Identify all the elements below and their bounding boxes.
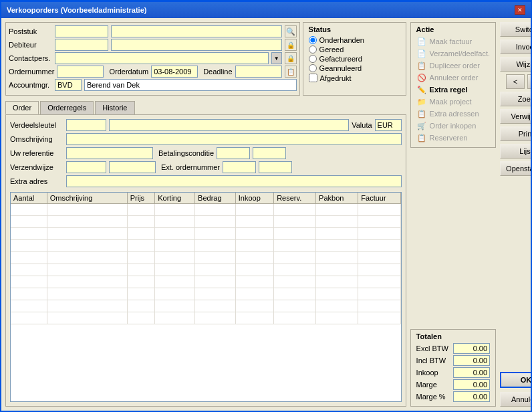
extra-adres-label: Extra adres <box>10 177 63 185</box>
actie-extra-adressen-label: Extra adressen <box>430 110 479 118</box>
status-onderhanden-radio[interactable] <box>309 36 317 44</box>
contactpers-lock-icon[interactable]: 🔒 <box>285 52 297 64</box>
inkoop-value[interactable] <box>453 367 490 378</box>
contactpers-input[interactable] <box>55 52 269 64</box>
wijzig-button[interactable]: Wijzig <box>500 57 532 72</box>
status-gereed-radio[interactable] <box>309 45 317 54</box>
betalingsconditie-label: Betalingsconditie <box>158 149 214 157</box>
tab-orderregels[interactable]: Orderregels <box>40 101 94 114</box>
debiteur-row: Debiteur 🔒 <box>9 39 297 51</box>
status-afgedrukt[interactable]: Afgedrukt <box>309 74 400 82</box>
actie-verzamel-label: Verzamel/deelfact. <box>430 49 491 58</box>
deadline-input[interactable] <box>235 66 282 78</box>
actie-dupliceer[interactable]: 📋 Dupliceer order <box>416 60 491 71</box>
poststuk-search-icon[interactable]: 🔍 <box>285 25 297 37</box>
actie-reserveren-label: Reserveren <box>430 134 468 142</box>
prev-button[interactable]: < <box>506 74 525 89</box>
order-row: Ordernummer Orderdatum Deadline 📋 <box>9 66 297 78</box>
verdeelsleutel-input2[interactable] <box>109 119 349 131</box>
tab-order[interactable]: Order <box>5 101 39 114</box>
annuleer-button[interactable]: Annuleer <box>500 392 532 407</box>
verwijder-button[interactable]: Verwijder <box>500 109 532 124</box>
col-pakbon: Pakbon <box>316 193 358 204</box>
openstaand-button[interactable]: Openstaand <box>500 161 532 176</box>
table-row <box>11 312 400 324</box>
actie-extra-regel[interactable]: ✏️ Extra regel <box>416 84 491 95</box>
actie-maak-project[interactable]: 📁 Maak project <box>416 96 491 107</box>
tab-historie[interactable]: Historie <box>95 101 134 114</box>
col-inkoop: Inkoop <box>235 193 273 204</box>
print-button[interactable]: Print <box>500 126 532 141</box>
valuta-input[interactable] <box>375 119 402 131</box>
right-panel: Switch Invoer Wijzig < > Zoek Verwijder … <box>500 22 532 407</box>
extra-adres-input[interactable] <box>66 175 402 187</box>
referentie-input[interactable] <box>66 147 153 159</box>
marge-value[interactable] <box>453 379 490 390</box>
dupliceer-icon: 📋 <box>416 60 427 71</box>
status-afgedrukt-checkbox[interactable] <box>309 74 317 82</box>
actie-order-inkopen[interactable]: 🛒 Order inkopen <box>416 120 491 131</box>
poststuk-input[interactable] <box>55 25 108 37</box>
actie-maak-project-label: Maak project <box>430 98 472 106</box>
debiteur-input[interactable] <box>55 39 108 51</box>
ext-ordernummer-input1[interactable] <box>223 161 256 173</box>
orderdatum-label: Orderdatum <box>109 68 148 76</box>
betalingsconditie-input2[interactable] <box>253 147 286 159</box>
contactpers-dropdown[interactable]: ▼ <box>271 52 282 64</box>
order-icon[interactable]: 📋 <box>285 66 297 78</box>
debiteur-lock-icon[interactable]: 🔒 <box>285 39 297 51</box>
total-marge-pct: Marge % <box>416 391 491 402</box>
deadline-label: Deadline <box>203 68 232 76</box>
ext-ordernummer-input2[interactable] <box>259 161 292 173</box>
extra-adressen-icon: 📋 <box>416 108 427 119</box>
actie-dupliceer-label: Dupliceer order <box>430 62 480 70</box>
marge-pct-value[interactable] <box>453 391 490 402</box>
nav-row: < > <box>500 74 532 89</box>
middle-panel: Actie 📄 Maak factuur 📄 Verzamel/deelfact… <box>410 22 497 407</box>
accountmgr-name-input[interactable] <box>84 79 297 91</box>
status-gefactureerd-radio[interactable] <box>309 55 317 63</box>
col-aantal: Aantal <box>11 193 47 204</box>
tab-bar: Order Orderregels Historie <box>5 101 406 114</box>
col-factuur: Factuur <box>358 193 400 204</box>
status-gereed[interactable]: Gereed <box>309 45 400 54</box>
status-geannuleerd-radio[interactable] <box>309 64 317 72</box>
maak-project-icon: 📁 <box>416 96 427 107</box>
actie-maak-factuur[interactable]: 📄 Maak factuur <box>416 36 491 47</box>
ok-button[interactable]: OK <box>500 372 532 388</box>
actie-order-inkopen-label: Order inkopen <box>430 122 477 130</box>
actie-verzamel[interactable]: 📄 Verzamel/deelfact. <box>416 48 491 59</box>
debiteur-input2[interactable] <box>111 39 282 51</box>
status-geannuleerd[interactable]: Geannuleerd <box>309 64 400 72</box>
omschrijving-row: Omschrijving <box>10 133 402 145</box>
invoer-button[interactable]: Invoer <box>500 39 532 54</box>
table-row <box>11 264 400 276</box>
verzendwijze-input1[interactable] <box>66 161 106 173</box>
contactpers-row: Contactpers. ▼ 🔒 <box>9 52 297 64</box>
excl-btw-value[interactable] <box>453 343 490 354</box>
table-row <box>11 288 400 300</box>
actie-annuleer-order[interactable]: 🚫 Annuleer order <box>416 72 491 83</box>
next-button[interactable]: > <box>527 74 532 89</box>
poststuk-input2[interactable] <box>111 25 282 37</box>
status-onderhanden[interactable]: Onderhanden <box>309 36 400 44</box>
actie-title: Actie <box>416 25 491 33</box>
close-button[interactable]: ✕ <box>515 5 525 15</box>
orderdatum-input[interactable] <box>151 66 198 78</box>
reserveren-icon: 📋 <box>416 132 427 143</box>
verzendwijze-input2[interactable] <box>109 161 156 173</box>
actie-extra-adressen[interactable]: 📋 Extra adressen <box>416 108 491 119</box>
zoek-button[interactable]: Zoek <box>500 92 532 106</box>
omschrijving-input[interactable] <box>66 133 402 145</box>
switch-button[interactable]: Switch <box>500 22 532 37</box>
actie-reserveren[interactable]: 📋 Reserveren <box>416 132 491 143</box>
incl-btw-value[interactable] <box>453 355 490 366</box>
verdeelsleutel-input[interactable] <box>66 119 106 131</box>
accountmgr-code-input[interactable] <box>55 79 82 91</box>
ordernummer-input[interactable] <box>57 66 104 78</box>
betalingsconditie-input1[interactable] <box>217 147 250 159</box>
table-row <box>11 276 400 288</box>
totalen-title: Totalen <box>416 332 491 340</box>
status-gefactureerd[interactable]: Gefactureerd <box>309 55 400 63</box>
lijst-button[interactable]: Lijst <box>500 144 532 159</box>
